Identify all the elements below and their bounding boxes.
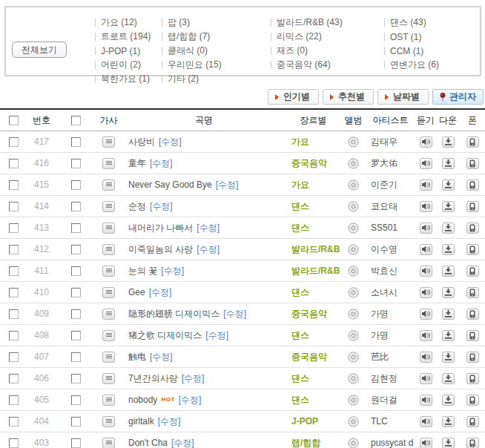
edit-link[interactable]: [수정]: [223, 308, 246, 320]
phone-icon[interactable]: [466, 330, 479, 341]
edit-link[interactable]: [수정]: [171, 437, 194, 448]
download-icon[interactable]: [442, 179, 455, 191]
row-checkbox[interactable]: [9, 245, 19, 254]
album-cd-icon[interactable]: [348, 287, 359, 298]
album-cd-icon[interactable]: [348, 395, 359, 406]
genre-filter-label[interactable]: 클래식 (0): [168, 45, 208, 57]
genre-filter-item[interactable]: 트로트 (194): [95, 30, 151, 44]
download-icon[interactable]: [442, 266, 455, 277]
row-checkbox-2[interactable]: [71, 438, 81, 448]
listen-speaker-icon[interactable]: [420, 179, 432, 191]
genre-filter-item[interactable]: CCM (1): [384, 44, 439, 58]
lyrics-icon[interactable]: [102, 136, 115, 148]
edit-link[interactable]: [수정]: [197, 243, 220, 256]
row-checkbox-2[interactable]: [71, 266, 81, 276]
listen-speaker-icon[interactable]: [420, 158, 432, 169]
lyrics-icon[interactable]: [102, 395, 115, 406]
phone-icon[interactable]: [466, 179, 479, 191]
phone-icon[interactable]: [466, 287, 479, 298]
sort-button-추천별[interactable]: 추천별: [323, 89, 374, 105]
genre-filter-label[interactable]: 가요 (12): [101, 16, 137, 29]
download-icon[interactable]: [442, 373, 455, 384]
download-icon[interactable]: [442, 158, 455, 169]
genre-filter-item[interactable]: 기타 (2): [162, 72, 222, 86]
view-all-button[interactable]: 전체보기: [12, 42, 67, 58]
phone-icon[interactable]: [466, 136, 479, 148]
genre-filter-label[interactable]: 트로트 (194): [101, 30, 151, 43]
row-checkbox-2[interactable]: [71, 245, 81, 254]
row-checkbox[interactable]: [9, 202, 19, 211]
genre-filter-item[interactable]: 랩/힙합 (7): [162, 30, 222, 44]
album-cd-icon[interactable]: [348, 416, 359, 427]
lyrics-icon[interactable]: [102, 158, 115, 169]
album-cd-icon[interactable]: [348, 223, 359, 234]
album-cd-icon[interactable]: [348, 179, 359, 191]
genre-filter-item[interactable]: 우리민요 (15): [162, 58, 222, 72]
genre-filter-label[interactable]: CCM (1): [390, 46, 423, 56]
genre-filter-item[interactable]: 팝 (3): [162, 16, 222, 30]
row-checkbox-2[interactable]: [71, 202, 81, 211]
row-checkbox[interactable]: [9, 438, 19, 448]
edit-link[interactable]: [수정]: [216, 179, 239, 191]
row-checkbox-2[interactable]: [71, 159, 81, 168]
download-icon[interactable]: [442, 416, 455, 427]
listen-speaker-icon[interactable]: [420, 395, 432, 406]
row-checkbox[interactable]: [9, 266, 19, 276]
download-icon[interactable]: [442, 395, 455, 406]
lyrics-icon[interactable]: [102, 244, 115, 255]
phone-icon[interactable]: [466, 373, 479, 384]
download-icon[interactable]: [442, 136, 455, 148]
album-cd-icon[interactable]: [348, 136, 359, 148]
edit-link[interactable]: [수정]: [179, 394, 202, 406]
download-icon[interactable]: [442, 244, 455, 255]
listen-speaker-icon[interactable]: [420, 266, 432, 277]
genre-filter-item[interactable]: J-POP (1): [95, 44, 151, 58]
row-checkbox-2[interactable]: [71, 352, 81, 362]
row-checkbox[interactable]: [9, 352, 19, 362]
admin-button[interactable]: 관리자: [432, 89, 484, 105]
genre-filter-item[interactable]: 어린이 (2): [95, 58, 151, 72]
listen-speaker-icon[interactable]: [420, 373, 432, 384]
phone-icon[interactable]: [466, 438, 479, 448]
genre-filter-label[interactable]: 북한가요 (1): [101, 73, 150, 85]
phone-icon[interactable]: [466, 223, 479, 234]
sort-button-인기별[interactable]: 인기별: [268, 89, 319, 105]
row-checkbox[interactable]: [9, 159, 19, 168]
genre-filter-label[interactable]: 기타 (2): [168, 73, 199, 85]
lyrics-icon[interactable]: [102, 416, 115, 427]
genre-filter-label[interactable]: 댄스 (43): [390, 16, 426, 29]
download-icon[interactable]: [442, 223, 455, 234]
row-checkbox[interactable]: [9, 137, 19, 147]
phone-icon[interactable]: [466, 266, 479, 277]
edit-link[interactable]: [수정]: [197, 222, 220, 234]
listen-speaker-icon[interactable]: [420, 136, 432, 148]
album-cd-icon[interactable]: [348, 330, 359, 341]
genre-filter-item[interactable]: 연변가요 (6): [384, 58, 439, 72]
genre-filter-item[interactable]: 클래식 (0): [162, 44, 222, 58]
genre-filter-item[interactable]: 가요 (12): [95, 16, 151, 30]
album-cd-icon[interactable]: [348, 309, 359, 320]
download-icon[interactable]: [442, 287, 455, 298]
edit-link[interactable]: [수정]: [205, 329, 228, 342]
phone-icon[interactable]: [466, 201, 479, 212]
genre-filter-item[interactable]: 댄스 (43): [384, 16, 439, 30]
listen-speaker-icon[interactable]: [420, 287, 432, 298]
row-checkbox-2[interactable]: [71, 374, 81, 383]
edit-link[interactable]: [수정]: [149, 286, 172, 299]
genre-filter-item[interactable]: 중국음악 (64): [271, 58, 343, 72]
listen-speaker-icon[interactable]: [420, 416, 432, 427]
row-checkbox[interactable]: [9, 395, 19, 405]
genre-filter-label[interactable]: 우리민요 (15): [168, 59, 222, 71]
album-cd-icon[interactable]: [348, 201, 359, 212]
listen-speaker-icon[interactable]: [420, 309, 432, 320]
album-cd-icon[interactable]: [348, 352, 359, 363]
genre-filter-label[interactable]: 발라드/R&B (43): [277, 16, 343, 29]
row-checkbox[interactable]: [9, 288, 19, 297]
row-checkbox[interactable]: [9, 180, 19, 190]
download-icon[interactable]: [442, 352, 455, 363]
genre-filter-label[interactable]: OST (1): [390, 32, 421, 42]
genre-filter-label[interactable]: 연변가요 (6): [390, 59, 439, 71]
album-cd-icon[interactable]: [348, 373, 359, 384]
row-checkbox-2[interactable]: [71, 137, 81, 147]
album-cd-icon[interactable]: [348, 438, 359, 448]
